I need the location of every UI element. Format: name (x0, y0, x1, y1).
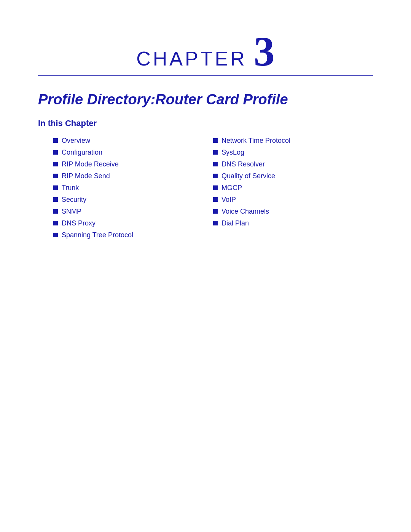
list-item: Dial Plan (213, 219, 373, 227)
bullet-icon (53, 221, 58, 225)
bullet-icon (53, 185, 58, 190)
bullet-icon (53, 233, 58, 237)
bullet-icon (213, 174, 218, 178)
bullet-icon (213, 221, 218, 225)
toc-item-label: Configuration (62, 149, 102, 157)
bullet-icon (53, 197, 58, 202)
toc-item-label: Network Time Protocol (221, 137, 290, 145)
list-item: Voice Channels (213, 208, 373, 216)
toc-item-label: Overview (62, 137, 90, 145)
list-item: Trunk (53, 184, 213, 192)
list-item: RIP Mode Receive (53, 160, 213, 168)
list-item: Network Time Protocol (213, 137, 373, 145)
page: Chapter 3 Profile Directory:Router Card … (0, 0, 411, 532)
chapter-word: Chapter (136, 47, 247, 72)
chapter-header: Chapter 3 (38, 30, 373, 72)
chapter-divider (38, 75, 373, 76)
bullet-icon (53, 138, 58, 143)
list-item: SNMP (53, 208, 213, 216)
bullet-icon (213, 162, 218, 166)
list-item: Spanning Tree Protocol (53, 231, 213, 239)
list-item: Overview (53, 137, 213, 145)
toc-item-label: MGCP (221, 184, 242, 192)
bullet-icon (213, 150, 218, 155)
bullet-icon (213, 185, 218, 190)
toc-item-label: DNS Resolver (221, 160, 265, 168)
in-this-chapter-heading: In this Chapter (38, 118, 373, 128)
bullet-icon (53, 162, 58, 166)
chapter-number: 3 (254, 30, 275, 72)
toc-item-label: DNS Proxy (62, 219, 96, 227)
toc-container: Overview Configuration RIP Mode Receive … (53, 137, 373, 243)
list-item: DNS Proxy (53, 219, 213, 227)
toc-item-label: RIP Mode Receive (62, 160, 119, 168)
toc-item-label: Trunk (62, 184, 79, 192)
list-item: DNS Resolver (213, 160, 373, 168)
toc-column-left: Overview Configuration RIP Mode Receive … (53, 137, 213, 243)
toc-item-label: Spanning Tree Protocol (62, 231, 133, 239)
toc-item-label: RIP Mode Send (62, 172, 110, 180)
bullet-icon (213, 197, 218, 202)
list-item: SysLog (213, 149, 373, 157)
toc-item-label: Security (62, 196, 86, 204)
list-item: VoIP (213, 196, 373, 204)
bullet-icon (53, 209, 58, 214)
toc-column-right: Network Time Protocol SysLog DNS Resolve… (213, 137, 373, 243)
toc-item-label: Dial Plan (221, 219, 249, 227)
toc-item-label: Voice Channels (221, 208, 269, 216)
bullet-icon (213, 209, 218, 214)
list-item: Quality of Service (213, 172, 373, 180)
list-item: MGCP (213, 184, 373, 192)
list-item: Configuration (53, 149, 213, 157)
bullet-icon (213, 138, 218, 143)
toc-item-label: VoIP (221, 196, 236, 204)
page-title: Profile Directory:Router Card Profile (38, 91, 373, 108)
toc-item-label: Quality of Service (221, 172, 275, 180)
bullet-icon (53, 174, 58, 178)
list-item: RIP Mode Send (53, 172, 213, 180)
toc-item-label: SNMP (62, 208, 81, 216)
bullet-icon (53, 150, 58, 155)
list-item: Security (53, 196, 213, 204)
toc-item-label: SysLog (221, 149, 244, 157)
